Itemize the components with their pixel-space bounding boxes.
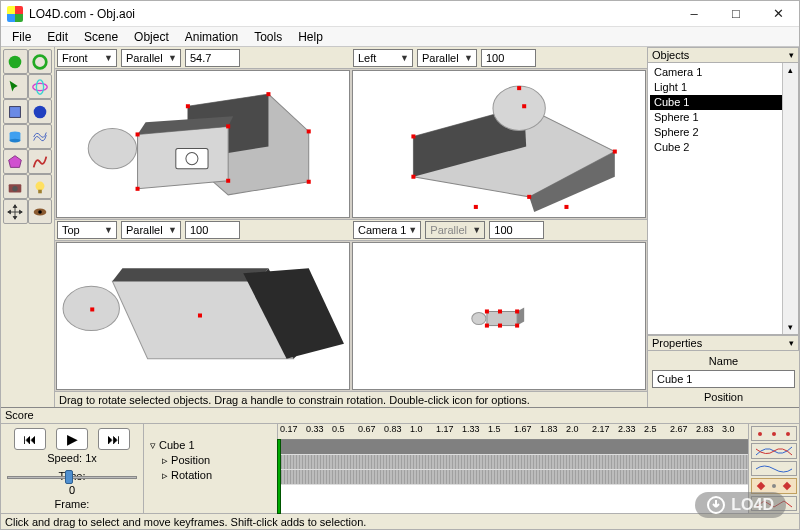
object-item-sphere2[interactable]: Sphere 2 bbox=[650, 125, 796, 140]
tool-polygon[interactable] bbox=[3, 149, 28, 174]
vp-tr-proj-select[interactable]: Parallel▼ bbox=[417, 49, 477, 67]
track-row-rotation[interactable] bbox=[278, 470, 748, 485]
close-button[interactable]: ✕ bbox=[757, 1, 799, 27]
svg-rect-4 bbox=[10, 106, 21, 117]
property-position-label: Position bbox=[652, 391, 795, 403]
vp-br-zoom-field[interactable]: 100 bbox=[489, 221, 544, 239]
tool-rotate-green[interactable] bbox=[28, 49, 53, 74]
timeline[interactable]: 0.170.330.50.670.831.01.171.331.51.671.8… bbox=[278, 424, 748, 513]
vp-br-view-select[interactable]: Camera 1▼ bbox=[353, 221, 421, 239]
vp-bl-view-select[interactable]: Top▼ bbox=[57, 221, 117, 239]
svg-rect-42 bbox=[564, 205, 568, 209]
track-position-label: Position bbox=[171, 454, 210, 466]
track-rotation[interactable]: ▹ Rotation bbox=[150, 468, 273, 483]
mode-keyframe-icon[interactable] bbox=[751, 426, 797, 441]
svg-point-61 bbox=[786, 432, 790, 436]
menu-object[interactable]: Object bbox=[127, 28, 176, 46]
playback-controls: ⏮ ▶ ⏭ Speed: 1x Time: 0 Frame: 0 bbox=[1, 424, 144, 513]
score-header[interactable]: Score bbox=[1, 408, 799, 424]
menu-edit[interactable]: Edit bbox=[40, 28, 75, 46]
rewind-button[interactable]: ⏮ bbox=[14, 428, 46, 450]
tool-sphere[interactable] bbox=[28, 99, 53, 124]
chevron-down-icon: ▼ bbox=[400, 53, 410, 63]
svg-rect-55 bbox=[485, 324, 489, 328]
properties-panel-header[interactable]: Properties ▾ bbox=[648, 335, 799, 351]
vp-br-proj-label: Parallel bbox=[430, 224, 467, 236]
svg-point-60 bbox=[772, 432, 776, 436]
svg-point-5 bbox=[33, 105, 46, 118]
timeline-ruler[interactable]: 0.170.330.50.670.831.01.171.331.51.671.8… bbox=[278, 424, 748, 440]
menu-tools[interactable]: Tools bbox=[247, 28, 289, 46]
tool-camera-icon[interactable] bbox=[3, 174, 28, 199]
vp-bl-zoom-value: 100 bbox=[190, 224, 208, 236]
svg-rect-40 bbox=[517, 86, 521, 90]
mode-wave-icon[interactable] bbox=[751, 461, 797, 476]
track-position[interactable]: ▹ Position bbox=[150, 453, 273, 468]
minimize-button[interactable]: – bbox=[673, 1, 715, 27]
vp-bl-zoom-field[interactable]: 100 bbox=[185, 221, 240, 239]
objects-panel-title: Objects bbox=[652, 49, 689, 61]
vp-tl-proj-select[interactable]: Parallel▼ bbox=[121, 49, 181, 67]
tool-eye[interactable] bbox=[28, 199, 53, 224]
svg-rect-63 bbox=[783, 482, 791, 490]
viewport-camera[interactable] bbox=[352, 242, 646, 390]
tool-curve[interactable] bbox=[28, 149, 53, 174]
objects-panel-header[interactable]: Objects ▾ bbox=[648, 47, 799, 63]
track-row-position[interactable] bbox=[278, 455, 748, 470]
object-item-cube1[interactable]: Cube 1 bbox=[650, 95, 796, 110]
forward-button[interactable]: ⏭ bbox=[98, 428, 130, 450]
maximize-button[interactable]: □ bbox=[715, 1, 757, 27]
tool-cube[interactable] bbox=[3, 99, 28, 124]
svg-point-12 bbox=[35, 181, 44, 190]
track-rows[interactable] bbox=[278, 440, 748, 513]
tool-cylinder[interactable] bbox=[3, 124, 28, 149]
svg-rect-29 bbox=[307, 180, 311, 184]
object-item-light[interactable]: Light 1 bbox=[650, 80, 796, 95]
frame-label: Frame: bbox=[55, 498, 90, 510]
chevron-down-icon: ▾ bbox=[789, 338, 794, 348]
menubar: File Edit Scene Object Animation Tools H… bbox=[1, 27, 799, 47]
track-row-root[interactable] bbox=[278, 440, 748, 455]
playhead[interactable] bbox=[278, 440, 280, 513]
viewport-top[interactable] bbox=[56, 242, 350, 390]
svg-point-8 bbox=[10, 138, 21, 142]
svg-rect-58 bbox=[498, 324, 502, 328]
svg-rect-30 bbox=[186, 104, 190, 108]
vp-tl-view-label: Front bbox=[62, 52, 88, 64]
chevron-down-icon: ▼ bbox=[472, 225, 482, 235]
svg-rect-37 bbox=[613, 150, 617, 154]
svg-point-2 bbox=[33, 83, 47, 90]
time-value: 0 bbox=[69, 484, 75, 496]
vp-tl-view-select[interactable]: Front▼ bbox=[57, 49, 117, 67]
menu-animation[interactable]: Animation bbox=[178, 28, 245, 46]
vp-tl-zoom-field[interactable]: 54.7 bbox=[185, 49, 240, 67]
object-item-camera[interactable]: Camera 1 bbox=[650, 65, 796, 80]
vp-bl-proj-select[interactable]: Parallel▼ bbox=[121, 221, 181, 239]
viewport-front[interactable] bbox=[56, 70, 350, 218]
property-name-field[interactable]: Cube 1 bbox=[652, 370, 795, 388]
vp-tr-zoom-field[interactable]: 100 bbox=[481, 49, 536, 67]
track-root[interactable]: ▿ Cube 1 bbox=[150, 438, 273, 453]
tool-orbit-rings[interactable] bbox=[28, 74, 53, 99]
vp-tr-view-select[interactable]: Left▼ bbox=[353, 49, 413, 67]
tool-translate-green[interactable] bbox=[3, 49, 28, 74]
menu-help[interactable]: Help bbox=[291, 28, 330, 46]
object-item-cube2[interactable]: Cube 2 bbox=[650, 140, 796, 155]
scroll-down-icon[interactable]: ▾ bbox=[788, 322, 793, 332]
viewport-left[interactable] bbox=[352, 70, 646, 218]
chevron-down-icon: ▼ bbox=[168, 53, 178, 63]
tool-move[interactable] bbox=[3, 199, 28, 224]
object-item-sphere1[interactable]: Sphere 1 bbox=[650, 110, 796, 125]
tool-mesh[interactable] bbox=[28, 124, 53, 149]
menu-file[interactable]: File bbox=[5, 28, 38, 46]
scroll-up-icon[interactable]: ▴ bbox=[788, 65, 793, 75]
tool-select-arrow[interactable] bbox=[3, 74, 28, 99]
play-button[interactable]: ▶ bbox=[56, 428, 88, 450]
tool-light-bulb[interactable] bbox=[28, 174, 53, 199]
menu-scene[interactable]: Scene bbox=[77, 28, 125, 46]
objects-list[interactable]: Camera 1 Light 1 Cube 1 Sphere 1 Sphere … bbox=[648, 63, 799, 335]
mode-curve-icon[interactable] bbox=[751, 443, 797, 458]
score-panel: Score ⏮ ▶ ⏭ Speed: 1x Time: 0 Frame: 0 ▿… bbox=[1, 407, 799, 529]
scrollbar[interactable]: ▴ ▾ bbox=[782, 63, 798, 334]
chevron-down-icon: ▼ bbox=[168, 225, 178, 235]
